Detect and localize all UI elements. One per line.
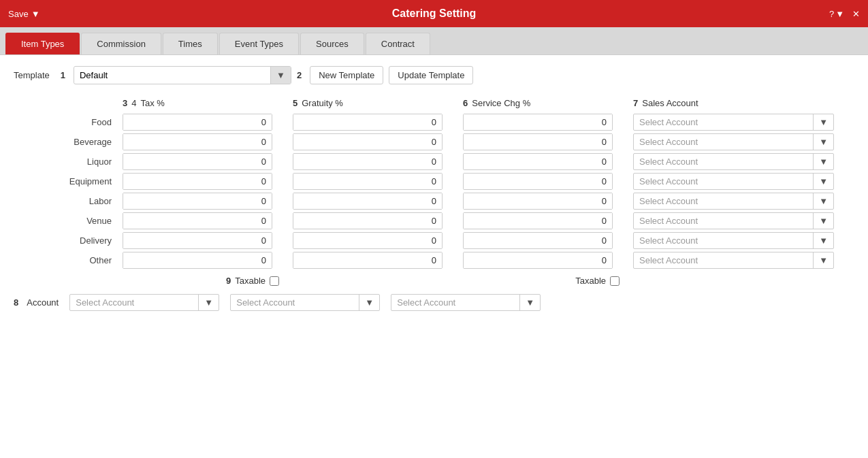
account-select-1[interactable]: Select Account ▼ <box>69 294 219 311</box>
close-icon: ✕ <box>852 9 860 19</box>
row-label-1: Beverage <box>14 137 123 147</box>
sales-account-select-0[interactable]: Select Account ▼ <box>633 114 834 131</box>
table-row: Beverage Select Account ▼ <box>14 133 854 150</box>
gratuity-input-7[interactable] <box>293 252 443 269</box>
service-input-7[interactable] <box>463 252 613 269</box>
close-button[interactable]: ✕ <box>852 9 860 19</box>
sales-account-select-4[interactable]: Select Account ▼ <box>633 193 834 210</box>
gratuity-input-6[interactable] <box>293 232 443 249</box>
sales-account-select-1[interactable]: Select Account ▼ <box>633 133 834 150</box>
service-field-2[interactable] <box>464 154 612 169</box>
gratuity-field-7[interactable] <box>293 252 442 268</box>
new-template-button[interactable]: New Template <box>310 66 383 84</box>
account-select-2[interactable]: Select Account ▼ <box>230 294 380 311</box>
save-label: Save <box>8 9 29 19</box>
tax-field-2[interactable] <box>123 154 272 169</box>
gratuity-input-4[interactable] <box>293 193 443 210</box>
sales-account-select-3[interactable]: Select Account ▼ <box>633 173 834 190</box>
sales-account-select-2[interactable]: Select Account ▼ <box>633 153 834 170</box>
gratuity-field-0[interactable] <box>293 114 442 130</box>
save-dropdown[interactable]: Save ▼ <box>8 9 40 19</box>
gratuity-input-0[interactable] <box>293 114 443 131</box>
sales-account-arrow-1[interactable]: ▼ <box>813 134 833 150</box>
service-field-5[interactable] <box>464 213 612 229</box>
service-input-2[interactable] <box>463 153 613 170</box>
service-field-7[interactable] <box>464 252 612 268</box>
gratuity-field-3[interactable] <box>293 174 442 189</box>
service-input-6[interactable] <box>463 232 613 249</box>
table-rows: Food Select Account ▼ Beverage Select Ac… <box>14 114 854 269</box>
sales-account-select-6[interactable]: Select Account ▼ <box>633 232 834 249</box>
service-input-3[interactable] <box>463 173 613 190</box>
sales-account-arrow-6[interactable]: ▼ <box>813 233 833 248</box>
gratuity-pct-label: Gratuity % <box>302 98 343 108</box>
sales-account-select-7[interactable]: Select Account ▼ <box>633 252 834 269</box>
service-input-0[interactable] <box>463 114 613 131</box>
tax-field-6[interactable] <box>123 233 272 248</box>
tax-input-0[interactable] <box>123 114 272 131</box>
tax-input-6[interactable] <box>123 232 272 249</box>
gratuity-field-6[interactable] <box>293 233 442 248</box>
service-input-1[interactable] <box>463 133 613 150</box>
tax-pct-col-header: 3 4 Tax % <box>123 98 293 108</box>
account-select-3[interactable]: Select Account ▼ <box>391 294 541 311</box>
tax-field-0[interactable] <box>123 114 272 130</box>
service-field-3[interactable] <box>464 174 612 189</box>
taxable-checkbox-2[interactable] <box>610 276 620 286</box>
gratuity-input-2[interactable] <box>293 153 443 170</box>
tax-field-1[interactable] <box>123 134 272 150</box>
sales-account-select-label-4: Select Account <box>634 193 813 209</box>
service-field-6[interactable] <box>464 233 612 248</box>
sales-account-arrow-0[interactable]: ▼ <box>813 114 833 130</box>
tax-field-3[interactable] <box>123 174 272 189</box>
sales-account-select-label-2: Select Account <box>634 154 813 169</box>
service-input-5[interactable] <box>463 212 613 229</box>
tax-input-3[interactable] <box>123 173 272 190</box>
gratuity-input-3[interactable] <box>293 173 443 190</box>
tax-input-5[interactable] <box>123 212 272 229</box>
tax-pct-label: Tax % <box>140 98 164 108</box>
row-label-2: Liquor <box>14 157 123 167</box>
tax-field-7[interactable] <box>123 252 272 268</box>
template-select[interactable]: ▼ <box>74 66 291 84</box>
tab-commission[interactable]: Commission <box>81 33 161 54</box>
tab-contract[interactable]: Contract <box>366 33 430 54</box>
service-field-4[interactable] <box>464 193 612 209</box>
taxable-checkbox-1[interactable] <box>270 276 279 286</box>
save-chevron-icon: ▼ <box>31 9 40 19</box>
service-field-0[interactable] <box>464 114 612 130</box>
gratuity-input-1[interactable] <box>293 133 443 150</box>
update-template-button[interactable]: Update Template <box>389 66 473 84</box>
service-field-1[interactable] <box>464 134 612 150</box>
tax-input-4[interactable] <box>123 193 272 210</box>
tax-input-7[interactable] <box>123 252 272 269</box>
service-input-4[interactable] <box>463 193 613 210</box>
help-button[interactable]: ? ▼ <box>829 9 844 19</box>
sales-account-arrow-5[interactable]: ▼ <box>813 213 833 229</box>
sales-account-arrow-3[interactable]: ▼ <box>813 174 833 189</box>
tax-input-1[interactable] <box>123 133 272 150</box>
gratuity-field-5[interactable] <box>293 213 442 229</box>
row-label-0: Food <box>14 117 123 127</box>
account-select-2-arrow[interactable]: ▼ <box>359 295 379 310</box>
sales-account-arrow-2[interactable]: ▼ <box>813 154 833 169</box>
tab-item-types[interactable]: Item Types <box>5 33 80 54</box>
sales-account-arrow-4[interactable]: ▼ <box>813 193 833 209</box>
tax-field-5[interactable] <box>123 213 272 229</box>
tax-input-2[interactable] <box>123 153 272 170</box>
sales-account-arrow-7[interactable]: ▼ <box>813 252 833 268</box>
tax-field-4[interactable] <box>123 193 272 209</box>
template-input[interactable] <box>74 67 270 83</box>
tab-times[interactable]: Times <box>163 33 218 54</box>
template-row: Template 1 ▼ 2 New Template Update Templ… <box>14 66 854 84</box>
tab-sources[interactable]: Sources <box>300 33 364 54</box>
gratuity-input-5[interactable] <box>293 212 443 229</box>
gratuity-field-2[interactable] <box>293 154 442 169</box>
gratuity-field-4[interactable] <box>293 193 442 209</box>
template-dropdown-arrow[interactable]: ▼ <box>270 67 291 84</box>
tab-event-types[interactable]: Event Types <box>219 33 299 54</box>
account-select-1-arrow[interactable]: ▼ <box>198 295 219 310</box>
account-select-3-arrow[interactable]: ▼ <box>519 295 540 310</box>
gratuity-field-1[interactable] <box>293 134 442 150</box>
sales-account-select-5[interactable]: Select Account ▼ <box>633 212 834 229</box>
